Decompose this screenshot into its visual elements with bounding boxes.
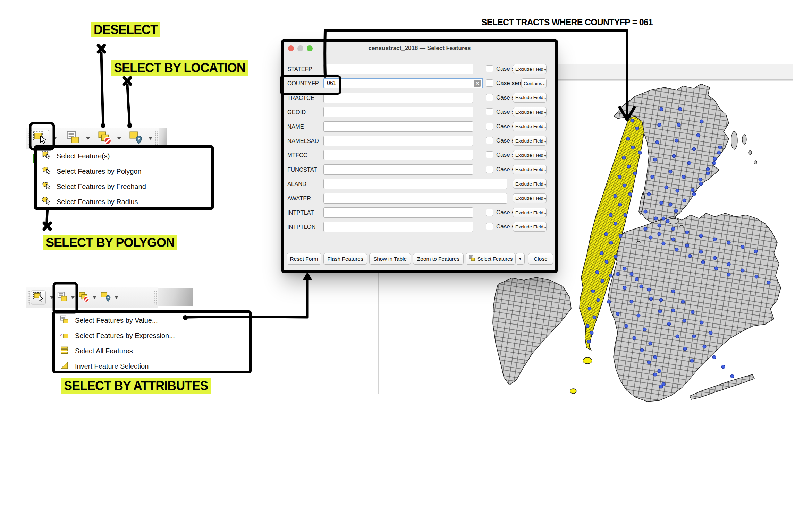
chevron-down-icon[interactable] bbox=[86, 135, 90, 141]
zoom-to-features-button[interactable]: Zoom to Features bbox=[413, 253, 464, 265]
subway-station-dot bbox=[658, 224, 661, 227]
operator-button-MTFCC[interactable]: Exclude Field ▾ bbox=[513, 150, 547, 160]
subway-station-dot bbox=[630, 272, 633, 276]
menu-item-label: Select Features by Radius bbox=[57, 198, 138, 206]
field-input-NAME[interactable] bbox=[323, 121, 473, 132]
subway-station-dot bbox=[755, 275, 758, 278]
island bbox=[583, 357, 592, 364]
menu-item-selection_modes-0[interactable]: Select Features by Value... bbox=[54, 313, 249, 328]
select-features-by-value-button[interactable] bbox=[66, 131, 80, 146]
chevron-down-icon[interactable] bbox=[117, 135, 121, 141]
operator-button-COUNTYFP[interactable]: Contains ▾ bbox=[521, 78, 547, 88]
case-sensitive-checkbox-TRACTCE[interactable] bbox=[486, 94, 493, 101]
subway-station-dot bbox=[588, 307, 591, 310]
select-features-dropdown[interactable]: ▾ bbox=[516, 253, 525, 265]
case-sensitive-checkbox-FUNCSTAT[interactable] bbox=[486, 166, 493, 173]
field-input-COUNTYFP[interactable] bbox=[323, 78, 483, 88]
menu-item-selection_tools-1[interactable]: Select Features by Polygon bbox=[36, 164, 212, 179]
select-value-tool-icon bbox=[57, 292, 68, 304]
menu-item-label: Invert Feature Selection bbox=[75, 362, 149, 370]
field-input-STATEFP[interactable] bbox=[323, 64, 473, 74]
select-features-by-area-button[interactable] bbox=[31, 130, 49, 147]
select-expression-icon: ε bbox=[60, 330, 69, 341]
operator-button-FUNCSTAT[interactable]: Exclude Field ▾ bbox=[513, 165, 547, 174]
field-input-GEOID[interactable] bbox=[323, 107, 473, 117]
chevron-down-icon[interactable] bbox=[70, 294, 75, 301]
menu-item-selection_tools-3[interactable]: Select Features by Radius bbox=[36, 194, 212, 209]
field-input-AWATER[interactable] bbox=[323, 193, 507, 204]
menu-item-selection_modes-1[interactable]: εSelect Features by Expression... bbox=[54, 328, 249, 343]
field-input-INTPTLAT[interactable] bbox=[323, 207, 473, 218]
deselect-features-button[interactable] bbox=[78, 292, 89, 304]
subway-station-dot bbox=[754, 250, 758, 253]
select-by-location-button[interactable] bbox=[100, 292, 111, 304]
field-input-NAMELSAD[interactable] bbox=[323, 136, 473, 146]
field-label-INTPTLON: INTPTLON bbox=[287, 222, 316, 232]
toolbar-drag-handle[interactable] bbox=[155, 131, 158, 146]
dialog-titlebar[interactable]: censustract_2018 — Select Features bbox=[284, 42, 555, 55]
close-button[interactable]: Close bbox=[528, 253, 553, 265]
subway-station-dot bbox=[647, 192, 651, 196]
select-features-by-value-button[interactable] bbox=[57, 292, 68, 304]
subway-station-dot bbox=[685, 244, 689, 247]
operator-button-NAMELSAD[interactable]: Exclude Field ▾ bbox=[513, 136, 547, 146]
toolbar-drag-handle[interactable] bbox=[27, 291, 30, 305]
field-label-AWATER: AWATER bbox=[287, 193, 311, 204]
chevron-down-icon[interactable] bbox=[50, 294, 54, 301]
field-label-NAMELSAD: NAMELSAD bbox=[287, 136, 319, 146]
subway-station-dot bbox=[682, 175, 685, 179]
chevron-down-icon[interactable] bbox=[92, 294, 97, 301]
operator-button-GEOID[interactable]: Exclude Field ▾ bbox=[513, 107, 547, 117]
operator-button-AWATER[interactable]: Exclude Field ▾ bbox=[513, 193, 547, 203]
subway-station-dot bbox=[660, 107, 663, 111]
operator-button-ALAND[interactable]: Exclude Field ▾ bbox=[513, 179, 547, 189]
select-features-button[interactable]: Select Features bbox=[466, 253, 516, 265]
subway-station-dot bbox=[653, 158, 657, 161]
toolbar-drag-handle[interactable] bbox=[154, 291, 157, 305]
case-sensitive-checkbox-NAMELSAD[interactable] bbox=[486, 137, 493, 144]
subway-station-dot bbox=[717, 151, 721, 154]
flash-features-button[interactable]: Flash Features bbox=[323, 253, 367, 265]
operator-button-INTPTLAT[interactable]: Exclude Field ▾ bbox=[513, 208, 547, 217]
operator-button-TRACTCE[interactable]: Exclude Field ▾ bbox=[513, 93, 547, 103]
field-input-TRACTCE[interactable] bbox=[323, 93, 473, 103]
field-input-INTPTLON[interactable] bbox=[323, 222, 473, 232]
menu-item-selection_tools-2[interactable]: Select Features by Freehand bbox=[36, 179, 212, 194]
operator-button-INTPTLON[interactable]: Exclude Field ▾ bbox=[513, 222, 547, 232]
case-sensitive-checkbox-STATEFP[interactable] bbox=[486, 65, 493, 72]
case-sensitive-checkbox-NAME[interactable] bbox=[486, 123, 493, 130]
field-input-FUNCSTAT[interactable] bbox=[323, 164, 473, 175]
subway-station-dot bbox=[718, 146, 722, 149]
deselect-features-button[interactable] bbox=[98, 131, 111, 146]
subway-station-dot bbox=[669, 170, 672, 173]
operator-button-NAME[interactable]: Exclude Field ▾ bbox=[513, 122, 547, 131]
show-in-table-button[interactable]: Show in Table bbox=[369, 253, 411, 265]
subway-station-dot bbox=[699, 178, 702, 181]
select-features-by-area-button[interactable] bbox=[31, 291, 46, 305]
chevron-down-icon[interactable] bbox=[114, 294, 119, 301]
case-sensitive-checkbox-INTPTLON[interactable] bbox=[486, 223, 493, 230]
case-sensitive-checkbox-GEOID[interactable] bbox=[486, 108, 493, 115]
subway-station-dot bbox=[614, 194, 617, 198]
value-to-dialog-line bbox=[187, 278, 307, 317]
case-sensitive-checkbox-INTPTLAT[interactable] bbox=[486, 209, 493, 216]
field-input-MTFCC[interactable] bbox=[323, 150, 473, 160]
toolbar-drag-handle[interactable] bbox=[27, 131, 30, 146]
subway-station-dot bbox=[703, 345, 706, 348]
operator-button-STATEFP[interactable]: Exclude Field ▾ bbox=[513, 64, 547, 74]
chevron-down-icon[interactable] bbox=[52, 135, 57, 141]
menu-item-selection_modes-2[interactable]: Select All Features bbox=[54, 343, 249, 359]
subway-station-dot bbox=[631, 119, 634, 122]
clear-input-icon[interactable]: ✕ bbox=[474, 80, 481, 87]
field-input-ALAND[interactable] bbox=[323, 179, 507, 189]
case-sensitive-checkbox-MTFCC[interactable] bbox=[486, 151, 493, 158]
case-sensitive-checkbox-COUNTYFP[interactable] bbox=[486, 79, 493, 87]
subway-station-dot bbox=[677, 123, 680, 127]
select-by-location-button[interactable] bbox=[129, 131, 143, 146]
subway-station-dot bbox=[675, 139, 678, 142]
subway-station-dot bbox=[638, 151, 642, 154]
menu-item-selection_modes-3[interactable]: Invert Feature Selection bbox=[54, 359, 249, 374]
menu-item-selection_tools-0[interactable]: Select Feature(s) bbox=[36, 148, 212, 164]
chevron-down-icon[interactable] bbox=[148, 135, 153, 141]
reset-form-button[interactable]: Reset Form bbox=[287, 253, 321, 265]
